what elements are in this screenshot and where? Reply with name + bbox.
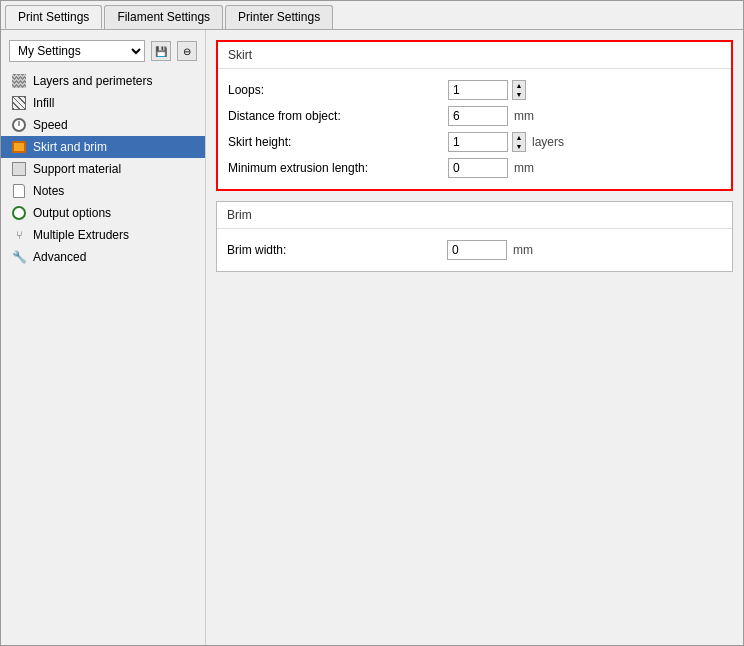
brim-section-content: Brim width: mm: [217, 229, 732, 271]
brim-width-input[interactable]: [447, 240, 507, 260]
loops-spin-up[interactable]: ▲: [513, 81, 525, 90]
brim-width-label: Brim width:: [227, 243, 447, 257]
sidebar-item-skirt[interactable]: Skirt and brim: [1, 136, 205, 158]
min-extrusion-input-wrap: mm: [448, 158, 534, 178]
loops-label: Loops:: [228, 83, 448, 97]
infill-icon: [11, 95, 27, 111]
sidebar-item-support[interactable]: Support material: [1, 158, 205, 180]
tab-print-settings[interactable]: Print Settings: [5, 5, 102, 29]
skirt-height-input[interactable]: [448, 132, 508, 152]
output-icon: [11, 205, 27, 221]
delete-icon: ⊖: [183, 46, 191, 57]
skirt-height-spinner: ▲ ▼: [512, 132, 526, 152]
brim-width-unit: mm: [513, 243, 533, 257]
save-preset-button[interactable]: 💾: [151, 41, 171, 61]
loops-spinner: ▲ ▼: [512, 80, 526, 100]
skirt-section: Skirt Loops: ▲ ▼: [216, 40, 733, 191]
skirt-height-spin-down[interactable]: ▼: [513, 142, 525, 151]
distance-unit: mm: [514, 109, 534, 123]
sidebar-item-label-speed: Speed: [33, 118, 68, 132]
skirt-height-input-wrap: ▲ ▼ layers: [448, 132, 564, 152]
sidebar-item-speed[interactable]: Speed: [1, 114, 205, 136]
save-icon: 💾: [155, 46, 167, 57]
advanced-icon: 🔧: [11, 249, 27, 265]
min-extrusion-row: Minimum extrusion length: mm: [228, 155, 721, 181]
sidebar-item-layers[interactable]: Layers and perimeters: [1, 70, 205, 92]
distance-label: Distance from object:: [228, 109, 448, 123]
sidebar-item-label-advanced: Advanced: [33, 250, 86, 264]
main-content: My Settings 💾 ⊖ Layers and perimeters: [1, 30, 743, 645]
skirt-icon: [11, 139, 27, 155]
sidebar-item-label-extruders: Multiple Extruders: [33, 228, 129, 242]
min-extrusion-input[interactable]: [448, 158, 508, 178]
notes-icon: [11, 183, 27, 199]
main-window: Print Settings Filament Settings Printer…: [0, 0, 744, 646]
sidebar: My Settings 💾 ⊖ Layers and perimeters: [1, 30, 206, 645]
sidebar-item-output[interactable]: Output options: [1, 202, 205, 224]
min-extrusion-label: Minimum extrusion length:: [228, 161, 448, 175]
speed-icon: [11, 117, 27, 133]
sidebar-item-label-output: Output options: [33, 206, 111, 220]
skirt-section-title: Skirt: [218, 42, 731, 69]
tab-bar: Print Settings Filament Settings Printer…: [1, 1, 743, 30]
skirt-height-unit: layers: [532, 135, 564, 149]
loops-input-wrap: ▲ ▼: [448, 80, 526, 100]
tab-filament-settings[interactable]: Filament Settings: [104, 5, 223, 29]
sidebar-item-advanced[interactable]: 🔧 Advanced: [1, 246, 205, 268]
skirt-height-spin-up[interactable]: ▲: [513, 133, 525, 142]
preset-header: My Settings 💾 ⊖: [1, 36, 205, 66]
skirt-height-label: Skirt height:: [228, 135, 448, 149]
sidebar-item-label-support: Support material: [33, 162, 121, 176]
right-panel: Skirt Loops: ▲ ▼: [206, 30, 743, 645]
brim-section-title: Brim: [217, 202, 732, 229]
preset-select[interactable]: My Settings: [9, 40, 145, 62]
skirt-section-content: Loops: ▲ ▼ Distance from object:: [218, 69, 731, 189]
sidebar-item-notes[interactable]: Notes: [1, 180, 205, 202]
loops-row: Loops: ▲ ▼: [228, 77, 721, 103]
sidebar-nav: Layers and perimeters Infill Speed: [1, 70, 205, 268]
sidebar-item-label-skirt: Skirt and brim: [33, 140, 107, 154]
loops-spin-down[interactable]: ▼: [513, 90, 525, 99]
distance-input[interactable]: [448, 106, 508, 126]
layers-icon: [11, 73, 27, 89]
brim-section: Brim Brim width: mm: [216, 201, 733, 272]
skirt-height-row: Skirt height: ▲ ▼ layers: [228, 129, 721, 155]
distance-input-wrap: mm: [448, 106, 534, 126]
delete-preset-button[interactable]: ⊖: [177, 41, 197, 61]
min-extrusion-unit: mm: [514, 161, 534, 175]
brim-width-row: Brim width: mm: [227, 237, 722, 263]
sidebar-item-label-infill: Infill: [33, 96, 54, 110]
support-icon: [11, 161, 27, 177]
sidebar-item-infill[interactable]: Infill: [1, 92, 205, 114]
extruders-icon: ⑂: [11, 227, 27, 243]
sidebar-item-extruders[interactable]: ⑂ Multiple Extruders: [1, 224, 205, 246]
loops-input[interactable]: [448, 80, 508, 100]
tab-printer-settings[interactable]: Printer Settings: [225, 5, 333, 29]
brim-width-input-wrap: mm: [447, 240, 533, 260]
sidebar-item-label-layers: Layers and perimeters: [33, 74, 152, 88]
distance-row: Distance from object: mm: [228, 103, 721, 129]
sidebar-item-label-notes: Notes: [33, 184, 64, 198]
